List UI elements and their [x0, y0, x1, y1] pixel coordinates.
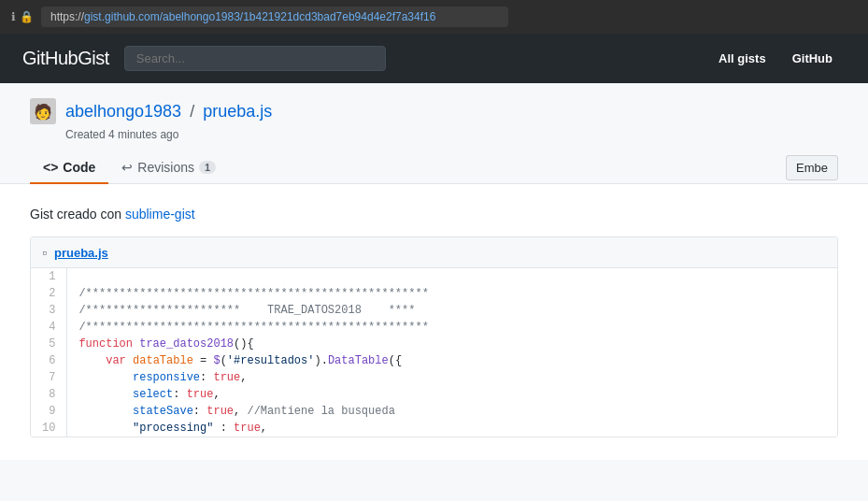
line-number: 5	[31, 336, 67, 352]
info-icon: ℹ	[11, 10, 16, 23]
line-number: 3	[31, 302, 67, 319]
table-row: 5 function trae_datos2018(){	[31, 336, 837, 352]
code-tab-icon: <>	[43, 160, 58, 175]
line-code: function trae_datos2018(){	[67, 336, 837, 352]
line-number: 6	[31, 352, 67, 369]
page-content: 🧑 abelhongo1983 / prueba.js Created 4 mi…	[0, 83, 868, 501]
table-row: 10 "processing" : true,	[31, 420, 837, 437]
gist-body: Gist creado con sublime-gist ▫ prueba.js…	[0, 184, 868, 460]
title-separator: /	[190, 102, 194, 121]
table-row: 7 responsive: true,	[31, 369, 837, 386]
line-code	[67, 268, 837, 285]
embed-button[interactable]: Embe	[786, 155, 838, 180]
line-number: 7	[31, 369, 67, 386]
line-code: select: true,	[67, 386, 837, 403]
table-row: 9 stateSave: true, //Mantiene la busqued…	[31, 403, 837, 420]
table-row: 1	[31, 268, 837, 285]
browser-controls: ℹ 🔒	[11, 10, 34, 23]
gist-title-row: 🧑 abelhongo1983 / prueba.js	[30, 98, 838, 124]
line-number: 8	[31, 386, 67, 403]
line-code: responsive: true,	[67, 369, 837, 386]
gist-description: Gist creado con sublime-gist	[30, 207, 838, 222]
all-gists-button[interactable]: All gists	[705, 46, 779, 71]
table-row: 8 select: true,	[31, 386, 837, 403]
gist-created: Created 4 minutes ago	[65, 128, 838, 141]
github-header: GitHubGist All gists GitHub	[0, 34, 868, 83]
line-number: 9	[31, 403, 67, 420]
table-row: 2 /*************************************…	[31, 285, 837, 302]
line-code: stateSave: true, //Mantiene la busqueda	[67, 403, 837, 420]
code-area: 1 2 /***********************************…	[31, 268, 837, 437]
revisions-tab-label: Revisions	[137, 160, 194, 175]
sublime-gist-link[interactable]: sublime-gist	[125, 207, 195, 222]
browser-bar: ℹ 🔒 https://gist.github.com/abelhongo198…	[0, 0, 868, 34]
file-box: ▫ prueba.js 1 2 /***********************…	[30, 236, 838, 437]
github-logo: GitHubGist	[22, 48, 109, 69]
line-number: 1	[31, 268, 67, 285]
gist-header: 🧑 abelhongo1983 / prueba.js Created 4 mi…	[0, 83, 868, 184]
gist-title: abelhongo1983 / prueba.js	[65, 102, 272, 122]
secure-icon: 🔒	[20, 10, 34, 23]
line-code: var dataTable = $('#resultados').DataTab…	[67, 352, 837, 369]
file-name-link[interactable]: prueba.js	[54, 246, 108, 260]
tab-revisions[interactable]: ↩ Revisions 1	[108, 152, 229, 184]
revisions-badge: 1	[199, 161, 216, 174]
line-code: /*********************** TRAE_DATOS2018 …	[67, 302, 837, 319]
url-bar[interactable]: https://gist.github.com/abelhongo1983/1b…	[41, 7, 508, 27]
avatar: 🧑	[30, 98, 56, 124]
file-header: ▫ prueba.js	[31, 237, 837, 268]
table-row: 3 /*********************** TRAE_DATOS201…	[31, 302, 837, 319]
line-code: /***************************************…	[67, 285, 837, 302]
code-table: 1 2 /***********************************…	[31, 268, 837, 437]
tabs-row: <> Code ↩ Revisions 1 Embe	[30, 152, 838, 183]
line-number: 4	[31, 319, 67, 336]
line-code: "processing" : true,	[67, 420, 837, 437]
search-input[interactable]	[124, 46, 386, 71]
line-number: 2	[31, 285, 67, 302]
tab-code[interactable]: <> Code	[30, 152, 108, 184]
github-button[interactable]: GitHub	[779, 46, 846, 71]
line-number: 10	[31, 420, 67, 437]
main-nav: All gists GitHub	[705, 46, 846, 71]
filename-link[interactable]: prueba.js	[203, 102, 272, 121]
table-row: 6 var dataTable = $('#resultados').DataT…	[31, 352, 837, 369]
user-link[interactable]: abelhongo1983	[65, 102, 181, 121]
line-code: /***************************************…	[67, 319, 837, 336]
code-tab-label: Code	[63, 160, 95, 175]
revisions-tab-icon: ↩	[121, 160, 133, 175]
file-icon: ▫	[42, 245, 47, 260]
table-row: 4 /*************************************…	[31, 319, 837, 336]
